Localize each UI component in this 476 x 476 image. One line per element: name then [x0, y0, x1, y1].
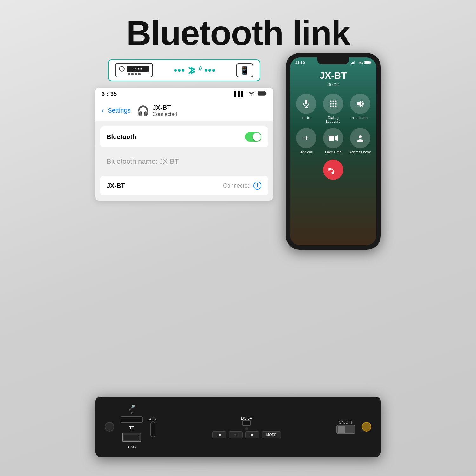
svg-rect-9	[365, 61, 370, 64]
prev-button[interactable]: ⏮	[212, 431, 226, 438]
svg-point-25	[359, 135, 362, 138]
signal-icon: ▌▌▌	[234, 91, 245, 97]
playback-buttons-row: ⏮ ⏯ ⏭ MODE	[212, 431, 281, 438]
board-corner-right	[362, 422, 371, 432]
connected-device-name: JX-BT	[153, 104, 177, 111]
battery-icon	[258, 91, 267, 97]
svg-point-20	[332, 106, 334, 107]
keyboard-icon	[323, 94, 343, 114]
usb-port	[122, 433, 141, 442]
phone-status-right: 4G	[351, 61, 371, 65]
center-section: DC 5V ⏮ ⏯ ⏭ MODE	[163, 415, 330, 438]
facetime-label: Face Time	[325, 150, 341, 154]
next-button[interactable]: ⏭	[245, 431, 259, 438]
call-duration: 00:02	[290, 82, 376, 87]
svg-point-14	[332, 101, 334, 102]
ios-status-icons: ▌▌▌	[234, 90, 267, 98]
microphone-section: 🎤	[128, 404, 135, 414]
facetime-icon	[323, 128, 343, 148]
connector-diagram: BT ◼◼	[108, 59, 260, 81]
svg-rect-23	[329, 136, 334, 141]
bluetooth-devices-section: JX-BT Connected i	[100, 176, 268, 195]
play-pause-button[interactable]: ⏯	[229, 431, 243, 438]
bluetooth-label: Bluetooth	[107, 133, 136, 141]
svg-point-19	[330, 106, 331, 107]
onoff-label: ON/OFF	[339, 420, 353, 425]
svg-rect-4	[351, 63, 352, 64]
aux-port	[150, 421, 155, 437]
bluetooth-device-status: Connected	[223, 182, 251, 189]
mode-section: MODE	[262, 431, 281, 438]
phone-battery-icon	[364, 61, 371, 65]
phone-small-icon: 📱	[236, 63, 253, 77]
facetime-button[interactable]: Face Time	[322, 128, 345, 154]
aux-section: AUX	[149, 416, 157, 437]
svg-point-15	[335, 101, 336, 102]
ios-status-bar: 6：35 ▌▌▌	[95, 88, 273, 100]
svg-rect-3	[258, 92, 265, 95]
call-contact-name: JX-BT	[290, 70, 376, 81]
back-arrow-icon[interactable]: ‹	[102, 107, 104, 115]
mute-label: mute	[302, 116, 310, 120]
svg-marker-22	[357, 100, 361, 107]
aux-label: AUX	[149, 417, 157, 421]
svg-point-21	[335, 106, 336, 107]
hands-free-label: hands-free	[352, 116, 368, 120]
ios-settings-screen: 6：35 ▌▌▌	[95, 88, 273, 201]
svg-rect-6	[353, 62, 354, 64]
mode-button[interactable]: MODE	[262, 431, 281, 438]
address-book-icon	[350, 128, 370, 148]
wifi-icon	[248, 90, 255, 98]
bluetooth-toggle[interactable]	[245, 132, 261, 142]
svg-rect-5	[352, 62, 353, 64]
headphone-icon: 🎧	[137, 105, 149, 116]
tf-card-slot	[121, 416, 143, 423]
bluetooth-name-section: Bluetooth name: JX-BT	[95, 152, 273, 171]
ios-time: 6：35	[102, 90, 117, 98]
mute-button[interactable]: mute	[295, 94, 318, 123]
bluetooth-toggle-row: Bluetooth	[100, 126, 268, 147]
call-buttons-grid: mute	[290, 87, 376, 156]
bluetooth-device-row[interactable]: JX-BT Connected i	[100, 176, 268, 195]
svg-point-1	[193, 68, 195, 70]
info-button[interactable]: i	[253, 182, 261, 190]
audio-module-icon: BT ◼◼	[115, 63, 153, 77]
dialing-keyboard-label: Dialing keyboard	[322, 116, 345, 123]
tf-label: TF	[129, 426, 134, 430]
svg-rect-10	[305, 100, 307, 104]
add-call-button[interactable]: + Add call	[295, 128, 318, 154]
mic-icon: 🎤	[128, 404, 135, 411]
svg-point-17	[332, 103, 334, 105]
ios-bluetooth-header: ‹ Settings 🎧 JX-BT Connected	[95, 100, 273, 121]
usb-label: USB	[128, 445, 136, 449]
dc5v-section: DC 5V	[241, 415, 252, 430]
dialing-keyboard-button[interactable]: Dialing keyboard	[322, 94, 345, 123]
svg-marker-24	[335, 135, 338, 141]
svg-point-0	[193, 71, 195, 73]
bluetooth-device-name: JX-BT	[107, 182, 125, 189]
address-book-label: Address book	[349, 150, 371, 154]
end-call-button[interactable]	[323, 160, 343, 180]
page-title: Bluetooth link	[0, 0, 476, 53]
bluetooth-toggle-section: Bluetooth	[100, 126, 268, 147]
board-corner-left-top	[105, 422, 114, 432]
dc5v-label: DC 5V	[241, 416, 252, 420]
svg-point-13	[330, 101, 331, 102]
end-call-area	[290, 160, 376, 180]
phone-notch	[317, 57, 349, 64]
settings-back-label[interactable]: Settings	[108, 107, 130, 114]
phone-call-screen: 11:10 4G	[290, 57, 376, 245]
onoff-section: ON/OFF	[336, 420, 355, 434]
address-book-button[interactable]: Address book	[349, 128, 371, 154]
phone-signal-icon	[351, 61, 357, 65]
hands-free-button[interactable]: hands-free	[349, 94, 371, 123]
ports-section: 🎤 TF USB	[121, 404, 143, 449]
phone-frame: 11:10 4G	[286, 53, 381, 250]
hardware-board: 🎤 TF USB AUX DC 5V ⏮ ⏯ ⏭	[95, 397, 381, 457]
speaker-icon	[350, 94, 370, 114]
svg-point-16	[330, 103, 331, 105]
usb-c-port	[242, 420, 251, 426]
mute-icon	[296, 94, 316, 114]
onoff-switch[interactable]	[336, 425, 355, 434]
left-panel: BT ◼◼	[95, 59, 273, 201]
